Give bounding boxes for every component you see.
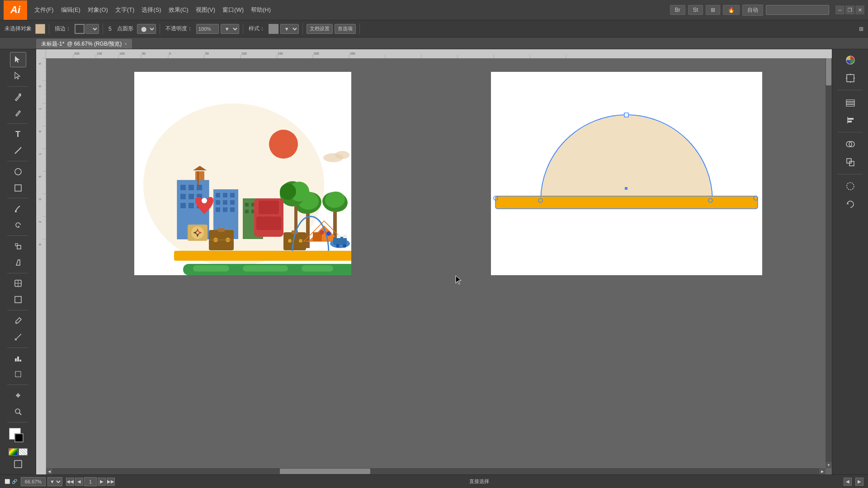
svg-rect-20 bbox=[19, 360, 21, 361]
menu-object[interactable]: 对象(O) bbox=[84, 4, 112, 16]
svg-marker-1 bbox=[15, 72, 20, 79]
artboard1[interactable] bbox=[134, 72, 351, 275]
select-tool[interactable] bbox=[10, 52, 26, 67]
zoom-input[interactable] bbox=[21, 477, 46, 486]
canvas-area[interactable]: 200 150 100 50 0 50 100 150 200 bbox=[46, 49, 832, 474]
svg-text:50: 50 bbox=[205, 52, 209, 55]
pencil-tool[interactable] bbox=[10, 106, 26, 121]
reset-btn[interactable] bbox=[842, 196, 859, 212]
blur-btn[interactable] bbox=[842, 178, 859, 194]
tool-sep8 bbox=[7, 347, 28, 348]
hscroll-left[interactable]: ◀ bbox=[46, 468, 52, 474]
type-tool[interactable]: T bbox=[10, 127, 26, 142]
minimize-btn[interactable]: ─ bbox=[835, 5, 844, 14]
opacity-input[interactable] bbox=[196, 24, 219, 34]
flame-btn[interactable]: 🔥 bbox=[723, 5, 740, 15]
point-select[interactable]: ⬤ bbox=[137, 24, 156, 34]
arrange-btn[interactable]: ⊞ bbox=[706, 5, 720, 15]
screen-mode-btn[interactable] bbox=[10, 456, 26, 472]
svg-point-6 bbox=[15, 211, 17, 212]
line-tool[interactable] bbox=[10, 143, 26, 158]
align-panel-btn[interactable] bbox=[842, 112, 859, 128]
scale-tool[interactable] bbox=[10, 239, 26, 254]
menu-help[interactable]: 帮助(H) bbox=[247, 4, 274, 16]
doc-settings-btn[interactable]: 文档设置 bbox=[307, 24, 333, 34]
horizontal-scrollbar[interactable]: ▶ ◀ bbox=[46, 468, 826, 474]
artboard-prev[interactable]: ◀ bbox=[844, 478, 852, 486]
ellipse-tool[interactable] bbox=[10, 164, 26, 179]
none-btn[interactable] bbox=[19, 448, 28, 455]
menu-effect[interactable]: 效果(C) bbox=[165, 4, 192, 16]
style-box[interactable] bbox=[269, 24, 278, 34]
svg-rect-109 bbox=[230, 207, 235, 212]
close-btn[interactable]: ✕ bbox=[855, 5, 864, 14]
direct-select-tool[interactable] bbox=[10, 68, 26, 84]
rect-tool[interactable] bbox=[10, 180, 26, 196]
svg-rect-164 bbox=[624, 113, 628, 117]
hscroll-right[interactable]: ▶ bbox=[819, 468, 826, 474]
sep3 bbox=[160, 23, 160, 34]
prev-btn[interactable]: ◀ bbox=[75, 478, 83, 486]
next-page-btn[interactable]: ▶▶ bbox=[107, 478, 115, 486]
next-btn[interactable]: ▶ bbox=[98, 478, 106, 486]
paintbrush-tool[interactable] bbox=[10, 201, 26, 216]
symbol-tool[interactable] bbox=[10, 276, 26, 291]
sep5 bbox=[302, 23, 303, 34]
zoom-control: ▼ bbox=[21, 477, 62, 486]
svg-text:250: 250 bbox=[350, 52, 355, 55]
zoom-select[interactable]: ▼ bbox=[47, 477, 62, 486]
artboard-next[interactable]: ▶ bbox=[855, 478, 863, 486]
rotate-tool[interactable] bbox=[10, 217, 26, 233]
gradient-btn[interactable] bbox=[9, 448, 18, 455]
document-tab[interactable]: 未标题-1* @ 66.67% (RGB/预览) × bbox=[36, 39, 132, 49]
menu-window[interactable]: 窗口(W) bbox=[219, 4, 247, 16]
tab-info: @ 66.67% (RGB/预览) bbox=[67, 40, 122, 48]
pen-tool[interactable] bbox=[10, 89, 26, 105]
stroke-color[interactable] bbox=[75, 24, 85, 34]
auto-btn[interactable]: 自动 bbox=[742, 5, 763, 16]
artboard2[interactable] bbox=[491, 72, 762, 275]
page-input[interactable] bbox=[84, 477, 97, 486]
zoom-tool[interactable] bbox=[10, 404, 26, 419]
opacity-select[interactable]: ▼ bbox=[221, 24, 239, 34]
menu-text[interactable]: 文字(T) bbox=[112, 4, 138, 16]
graph-tool[interactable] bbox=[10, 351, 26, 366]
rect-frame-tool[interactable] bbox=[10, 292, 26, 307]
svg-rect-186 bbox=[849, 161, 854, 166]
menu-view[interactable]: 视图(V) bbox=[192, 4, 219, 16]
fill-color[interactable] bbox=[35, 24, 45, 34]
artboard-panel-btn[interactable] bbox=[842, 70, 859, 86]
tool-sep1 bbox=[7, 86, 28, 87]
vertical-scrollbar[interactable]: ▼ bbox=[826, 58, 832, 468]
preferences-btn[interactable]: 首选项 bbox=[335, 24, 356, 34]
tab-close[interactable]: × bbox=[124, 42, 127, 47]
stock-btn[interactable]: St bbox=[688, 5, 703, 15]
vscroll-thumb[interactable] bbox=[826, 58, 831, 85]
menu-select[interactable]: 选择(S) bbox=[138, 4, 165, 16]
search-input[interactable] bbox=[766, 5, 829, 15]
artboard-tool[interactable] bbox=[10, 366, 26, 382]
shape-builder-btn[interactable] bbox=[842, 136, 859, 152]
measure-tool[interactable] bbox=[10, 329, 26, 345]
bridge-btn[interactable]: Br bbox=[670, 5, 685, 15]
svg-point-125 bbox=[280, 183, 296, 200]
menu-file[interactable]: 文件(F) bbox=[31, 4, 57, 16]
svg-text:200: 200 bbox=[314, 52, 319, 55]
menu-edit[interactable]: 编辑(E) bbox=[57, 4, 84, 16]
hscroll-thumb[interactable] bbox=[280, 469, 370, 474]
svg-point-187 bbox=[847, 183, 854, 190]
color-panel-btn[interactable] bbox=[842, 52, 859, 68]
eyedropper-tool[interactable] bbox=[10, 313, 26, 328]
pathfinder-btn[interactable] bbox=[842, 154, 859, 170]
stroke-box[interactable] bbox=[14, 433, 24, 442]
prev-page-btn[interactable]: ◀◀ bbox=[66, 478, 74, 486]
style-select[interactable]: ▼ bbox=[280, 24, 299, 34]
svg-rect-179 bbox=[846, 104, 854, 106]
vscroll-down[interactable]: ▼ bbox=[826, 462, 832, 468]
stroke-select[interactable]: ↕ bbox=[85, 24, 99, 34]
transform-tool[interactable] bbox=[10, 388, 26, 403]
shear-tool[interactable] bbox=[10, 255, 26, 270]
layers-panel-btn[interactable] bbox=[842, 94, 859, 110]
restore-btn[interactable]: ❐ bbox=[845, 5, 854, 14]
artboard2-wrapper bbox=[434, 58, 823, 474]
